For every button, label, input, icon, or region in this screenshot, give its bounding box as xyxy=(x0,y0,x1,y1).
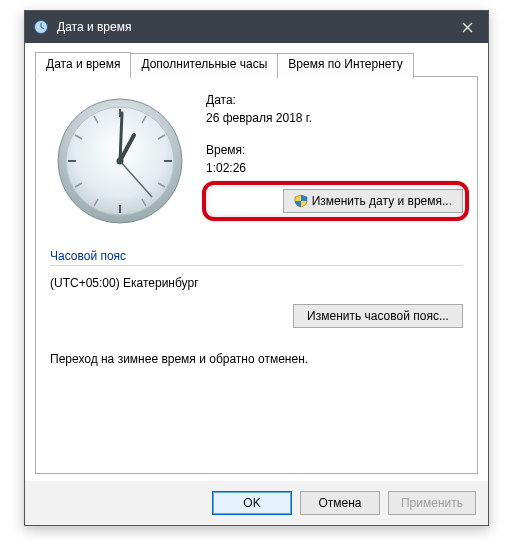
time-value: 1:02:26 xyxy=(206,161,463,175)
dialog-footer: OK Отмена Применить xyxy=(25,481,488,525)
uac-shield-icon xyxy=(294,194,308,208)
divider xyxy=(50,265,463,266)
change-timezone-button[interactable]: Изменить часовой пояс... xyxy=(293,304,463,328)
cancel-button[interactable]: Отмена xyxy=(300,491,380,515)
titlebar[interactable]: Дата и время xyxy=(25,11,488,43)
svg-point-20 xyxy=(117,158,124,165)
window-title: Дата и время xyxy=(57,20,446,34)
timezone-section-label: Часовой пояс xyxy=(50,249,463,263)
dst-info-text: Переход на зимнее время и обратно отмене… xyxy=(50,352,463,366)
apply-button[interactable]: Применить xyxy=(388,491,476,515)
change-date-time-button[interactable]: Изменить дату и время... xyxy=(283,189,463,213)
change-date-time-label: Изменить дату и время... xyxy=(312,194,452,208)
date-time-dialog: Дата и время Дата и время Дополнительные… xyxy=(24,10,489,526)
tab-panel: Дата: 26 февраля 2018 г. Время: 1:02:26 xyxy=(35,76,478,474)
ok-button[interactable]: OK xyxy=(212,491,292,515)
close-button[interactable] xyxy=(446,11,488,43)
close-icon xyxy=(462,22,473,33)
svg-line-18 xyxy=(120,113,122,161)
time-label: Время: xyxy=(206,143,463,157)
client-area: Дата и время Дополнительные часы Время п… xyxy=(25,43,488,484)
date-label: Дата: xyxy=(206,93,463,107)
timezone-value: (UTC+05:00) Екатеринбург xyxy=(50,276,463,290)
tab-additional-clocks[interactable]: Дополнительные часы xyxy=(130,53,278,78)
tab-strip: Дата и время Дополнительные часы Время п… xyxy=(35,51,478,76)
clock-app-icon xyxy=(33,19,49,35)
date-value: 26 февраля 2018 г. xyxy=(206,111,463,125)
change-timezone-label: Изменить часовой пояс... xyxy=(307,309,449,323)
analog-clock xyxy=(50,91,190,231)
tab-internet-time[interactable]: Время по Интернету xyxy=(277,53,413,78)
tab-datetime[interactable]: Дата и время xyxy=(35,52,131,77)
